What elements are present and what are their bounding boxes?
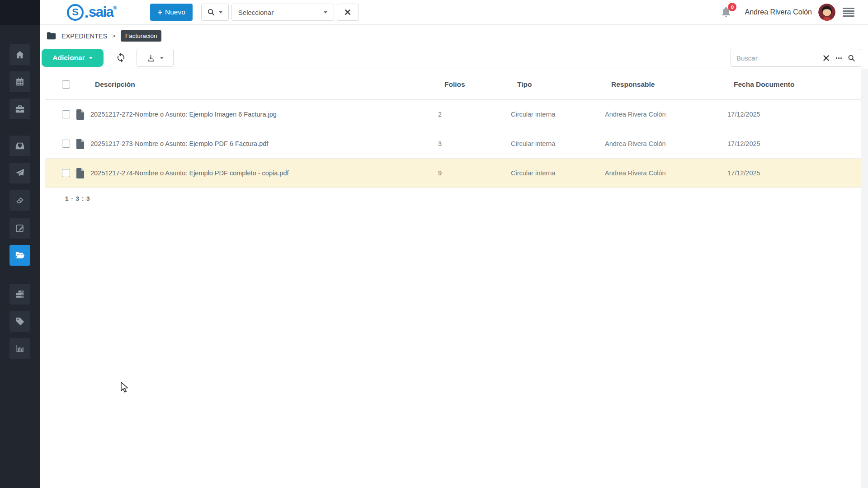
clear-selection-button[interactable] [337, 4, 359, 21]
refresh-icon [116, 52, 126, 62]
sidebar-top-block [0, 0, 40, 25]
row-checkbox[interactable] [62, 140, 70, 148]
select-all-checkbox[interactable] [62, 80, 70, 89]
row-folios: 2 [438, 111, 511, 118]
row-checkbox[interactable] [62, 169, 70, 177]
row-description[interactable]: 20251217-274-Nombre o Asunto: Ejemplo PD… [90, 169, 438, 177]
header-responsable[interactable]: Responsable [605, 80, 727, 89]
magnifier-icon [207, 8, 215, 16]
scrollbar-track[interactable] [861, 69, 868, 488]
row-responsable: Andrea Rivera Colón [605, 140, 727, 147]
row-checkbox[interactable] [62, 110, 70, 118]
row-tipo: Circular interna [511, 169, 605, 177]
tag-icon [15, 316, 25, 326]
edit-icon [15, 223, 25, 233]
search-submit-button[interactable] [848, 54, 855, 62]
row-responsable: Andrea Rivera Colón [605, 169, 727, 177]
folder-open-icon [15, 250, 25, 260]
logo-s-icon: S [67, 4, 84, 21]
header-fecha[interactable]: Fecha Documento [727, 80, 861, 89]
sidebar-item-inbox[interactable] [9, 136, 30, 156]
app-menu-button[interactable] [843, 7, 854, 18]
logo-dot [85, 15, 88, 18]
sidebar-item-reports[interactable] [9, 338, 30, 359]
entity-select[interactable]: Seleccionar [231, 4, 334, 21]
main-area: S saia ® + Nuevo Seleccionar 0 Andrea Ri… [40, 0, 868, 488]
row-folios: 3 [438, 140, 511, 147]
sidebar-item-tags[interactable] [9, 311, 30, 332]
magnifier-icon [848, 54, 855, 62]
header-folios[interactable]: Folios [438, 80, 511, 89]
sidebar-item-home[interactable] [9, 44, 30, 65]
entity-select-value: Seleccionar [238, 9, 274, 16]
table-row[interactable]: 20251217-274-Nombre o Asunto: Ejemplo PD… [45, 159, 861, 188]
inbox-icon [15, 141, 25, 151]
export-button[interactable] [137, 49, 174, 67]
x-icon [822, 54, 830, 62]
notifications-button[interactable]: 0 [720, 6, 733, 19]
table-row[interactable]: 20251217-273-Nombre o Asunto: Ejemplo PD… [45, 129, 861, 159]
list-icon [843, 8, 854, 9]
home-icon [15, 50, 25, 60]
file-icon [76, 168, 85, 179]
caret-down-icon [89, 57, 93, 59]
breadcrumb-root[interactable]: EXPEDIENTES [61, 33, 107, 40]
adicionar-button[interactable]: Adicionar [42, 49, 104, 67]
row-folios: 9 [438, 169, 511, 177]
row-description[interactable]: 20251217-273-Nombre o Asunto: Ejemplo PD… [90, 140, 438, 147]
sidebar-item-briefcase[interactable] [9, 99, 30, 119]
calendar-icon [15, 77, 25, 87]
logo-wordmark: saia [89, 4, 113, 20]
toolbar: Adicionar [40, 47, 868, 69]
header-tipo[interactable]: Tipo [511, 80, 605, 89]
nuevo-button[interactable]: + Nuevo [150, 4, 192, 21]
sidebar-item-eraser[interactable] [9, 190, 30, 211]
server-icon [15, 289, 25, 299]
topbar: S saia ® + Nuevo Seleccionar 0 Andrea Ri… [40, 0, 868, 25]
documents-table: Descripción Folios Tipo Responsable Fech… [45, 69, 861, 202]
avatar[interactable] [818, 4, 835, 21]
sidebar [0, 0, 40, 488]
table-row[interactable]: 20251217-272-Nombre o Asunto: Ejemplo Im… [45, 100, 861, 129]
briefcase-icon [15, 104, 25, 114]
row-tipo: Circular interna [511, 111, 605, 118]
sidebar-item-send[interactable] [9, 163, 30, 183]
topbar-right: 0 Andrea Rivera Colón [720, 4, 854, 21]
caret-down-icon [219, 11, 222, 14]
file-icon [76, 109, 85, 120]
breadcrumb-separator: > [112, 33, 116, 39]
search-clear-button[interactable] [822, 54, 830, 62]
ellipsis-icon [835, 54, 843, 62]
row-description[interactable]: 20251217-272-Nombre o Asunto: Ejemplo Im… [90, 111, 438, 118]
sidebar-item-records[interactable] [9, 284, 30, 305]
header-descripcion[interactable]: Descripción [90, 80, 438, 89]
logo-registered-mark: ® [113, 5, 117, 10]
row-fecha: 17/12/2025 [727, 140, 861, 147]
sidebar-item-edit[interactable] [9, 218, 30, 239]
sidebar-item-calendar[interactable] [9, 71, 30, 92]
global-search-button[interactable] [201, 4, 229, 21]
search-more-button[interactable] [835, 54, 843, 62]
download-icon [146, 54, 155, 62]
row-responsable: Andrea Rivera Colón [605, 111, 727, 118]
avatar-image [818, 4, 835, 21]
paper-plane-icon [15, 168, 25, 178]
breadcrumb: EXPEDIENTES > Facturación [40, 25, 868, 47]
caret-down-icon [324, 11, 327, 14]
refresh-button[interactable] [115, 52, 127, 64]
sidebar-item-expedientes[interactable] [9, 245, 30, 266]
row-fecha: 17/12/2025 [727, 169, 861, 177]
folder-icon [46, 31, 57, 41]
app-logo[interactable]: S saia ® [67, 4, 117, 21]
row-tipo: Circular interna [511, 140, 605, 147]
eraser-icon [15, 195, 25, 205]
caret-down-icon [160, 57, 164, 59]
plus-icon: + [157, 8, 162, 17]
user-name[interactable]: Andrea Rivera Colón [745, 8, 812, 16]
breadcrumb-current: Facturación [121, 30, 162, 42]
row-fecha: 17/12/2025 [727, 111, 861, 118]
search-input[interactable] [736, 54, 817, 62]
x-icon [344, 9, 351, 16]
table-header: Descripción Folios Tipo Responsable Fech… [45, 69, 861, 100]
file-icon [76, 138, 85, 150]
